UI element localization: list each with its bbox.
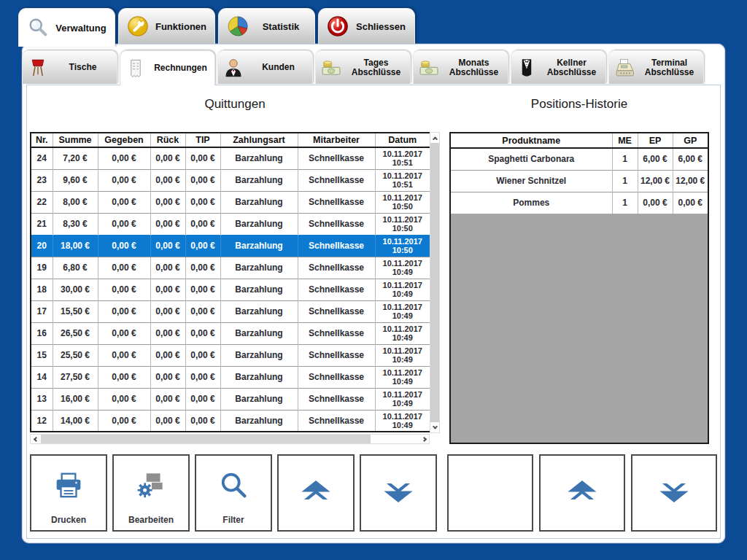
cell-zahlungsart: Barzahlung — [220, 300, 298, 322]
cell-nr: 24 — [31, 147, 53, 169]
sub-tab-monats-abschluesse[interactable]: MonatsAbschlüsse — [413, 50, 508, 84]
horizontal-scroll-thumb[interactable] — [41, 435, 371, 443]
cell-nr: 15 — [31, 344, 53, 366]
col-header-gegeben: Gegeben — [98, 133, 150, 147]
cell-mitarbeiter: Schnellkasse — [298, 300, 375, 322]
receipt-row[interactable]: 19 6,80 € 0,00 € 0,00 € 0,00 € Barzahlun… — [31, 257, 430, 279]
cell-datum: 10.11.201710:50 — [375, 191, 430, 213]
sub-tab-bar: Tische Rechnungen Kunden TagesAbschlüsse… — [22, 50, 704, 85]
scroll-up-button[interactable] — [430, 133, 439, 143]
cell-tip: 0,00 € — [185, 344, 220, 366]
top-tab-schliessen[interactable]: Schliessen — [318, 8, 415, 44]
receipts-page-down-button[interactable] — [360, 454, 437, 532]
cell-nr: 22 — [31, 191, 53, 213]
cell-tip: 0,00 € — [185, 257, 220, 279]
position-row[interactable]: Pommes 1 0,00 € 0,00 € — [451, 192, 708, 214]
cell-nr: 14 — [31, 366, 53, 388]
sub-tab-tische[interactable]: Tische — [22, 50, 117, 84]
scroll-right-button[interactable] — [419, 435, 429, 443]
cell-nr: 23 — [31, 169, 53, 191]
cell-nr: 16 — [31, 322, 53, 344]
sub-tab-rechnungen[interactable]: Rechnungen — [120, 50, 215, 85]
top-tab-statistik[interactable]: Statistik — [218, 8, 315, 44]
receipt-row[interactable]: 14 27,50 € 0,00 € 0,00 € 0,00 € Barzahlu… — [31, 366, 430, 388]
terminal-icon — [614, 58, 635, 78]
filter-button[interactable]: Filter — [195, 454, 272, 532]
sub-tab-terminal-abschluesse[interactable]: TerminalAbschlüsse — [608, 50, 704, 84]
cell-gp: 6,00 € — [673, 148, 708, 170]
receipt-row[interactable]: 24 7,20 € 0,00 € 0,00 € 0,00 € Barzahlun… — [31, 147, 430, 169]
cell-tip: 0,00 € — [185, 388, 220, 410]
positions-page-up-button[interactable] — [539, 454, 625, 532]
receipt-row[interactable]: 13 16,00 € 0,00 € 0,00 € 0,00 € Barzahlu… — [31, 388, 430, 410]
cell-ep: 0,00 € — [638, 192, 673, 214]
sub-tab-tages-abschluesse[interactable]: TagesAbschlüsse — [315, 50, 411, 84]
receipt-row[interactable]: 18 30,00 € 0,00 € 0,00 € 0,00 € Barzahlu… — [31, 279, 430, 300]
col-header-produktname: Produktname — [451, 133, 612, 148]
cell-ep: 6,00 € — [638, 148, 673, 170]
cell-me: 1 — [612, 170, 638, 192]
bearbeiten-button[interactable]: Bearbeiten — [112, 454, 190, 532]
receipts-page-up-button[interactable] — [277, 454, 355, 532]
sub-tab-kellner-abschluesse[interactable]: KellnerAbschlüsse — [511, 50, 606, 84]
top-tab-bar: Verwaltung Funktionen Statistik Schliess… — [18, 8, 415, 47]
drucken-button[interactable]: Drucken — [30, 454, 107, 532]
main-panel: Tische Rechnungen Kunden TagesAbschlüsse… — [22, 44, 725, 543]
cell-zahlungsart: Barzahlung — [220, 257, 298, 279]
top-tab-label: Verwaltung — [55, 23, 115, 34]
scroll-down-button[interactable] — [430, 422, 439, 432]
positions-page-down-button[interactable] — [631, 454, 717, 532]
sub-tab-label2: Abschlüsse — [449, 67, 498, 77]
cell-tip: 0,00 € — [185, 300, 220, 322]
col-header-mitarbeiter: Mitarbeiter — [298, 133, 375, 147]
cell-summe: 30,00 € — [53, 279, 98, 300]
filter-label: Filter — [196, 515, 271, 525]
cell-zahlungsart: Barzahlung — [220, 235, 298, 257]
cell-summe: 8,30 € — [53, 213, 98, 235]
cell-summe: 8,00 € — [53, 191, 98, 213]
sub-tab-label: Kellner — [557, 58, 587, 68]
cell-zahlungsart: Barzahlung — [220, 147, 298, 169]
cell-nr: 21 — [31, 213, 53, 235]
cell-mitarbeiter: Schnellkasse — [298, 388, 375, 410]
cell-rueck: 0,00 € — [150, 191, 185, 213]
cell-datum: 10.11.201710:51 — [375, 147, 430, 169]
position-row[interactable]: Spaghetti Carbonara 1 6,00 € 6,00 € — [451, 148, 708, 170]
receipt-row[interactable]: 12 14,00 € 0,00 € 0,00 € 0,00 € Barzahlu… — [31, 410, 430, 432]
vertical-scroll-thumb[interactable] — [430, 143, 439, 422]
cell-nr: 13 — [31, 388, 53, 410]
cell-tip: 0,00 € — [185, 235, 220, 257]
top-tab-verwaltung[interactable]: Verwaltung — [18, 8, 115, 47]
col-header-ep: EP — [638, 133, 673, 148]
sub-tab-kunden[interactable]: Kunden — [217, 50, 313, 84]
double-chevron-down-icon — [657, 478, 691, 508]
positions-header-row: Produktname ME EP GP — [451, 133, 708, 148]
cell-datum: 10.11.201710:50 — [375, 213, 430, 235]
cell-rueck: 0,00 € — [150, 388, 185, 410]
receipt-row[interactable]: 15 25,50 € 0,00 € 0,00 € 0,00 € Barzahlu… — [31, 344, 430, 366]
receipt-row[interactable]: 21 8,30 € 0,00 € 0,00 € 0,00 € Barzahlun… — [31, 213, 430, 235]
bearbeiten-label: Bearbeiten — [114, 515, 188, 525]
receipt-row[interactable]: 23 9,60 € 0,00 € 0,00 € 0,00 € Barzahlun… — [31, 169, 430, 191]
cell-zahlungsart: Barzahlung — [220, 410, 298, 432]
receipt-row[interactable]: 20 18,00 € 0,00 € 0,00 € 0,00 € Barzahlu… — [31, 235, 430, 257]
receipts-horizontal-scrollbar[interactable] — [30, 434, 430, 444]
receipt-row[interactable]: 16 26,50 € 0,00 € 0,00 € 0,00 € Barzahlu… — [31, 322, 430, 344]
col-header-nr: Nr. — [31, 133, 53, 147]
pie-chart-icon — [227, 15, 249, 37]
col-header-datum: Datum — [375, 133, 430, 147]
positions-blank-button[interactable] — [447, 454, 533, 532]
receipt-row[interactable]: 22 8,00 € 0,00 € 0,00 € 0,00 € Barzahlun… — [31, 191, 430, 213]
cell-mitarbeiter: Schnellkasse — [298, 169, 375, 191]
cell-gegeben: 0,00 € — [98, 235, 150, 257]
receipt-row[interactable]: 17 15,50 € 0,00 € 0,00 € 0,00 € Barzahlu… — [31, 300, 430, 322]
cell-mitarbeiter: Schnellkasse — [298, 322, 375, 344]
drucken-label: Drucken — [31, 515, 106, 525]
top-tab-funktionen[interactable]: Funktionen — [118, 8, 215, 44]
receipts-vertical-scrollbar[interactable] — [430, 132, 440, 433]
position-row[interactable]: Wiener Schnitzel 1 12,00 € 12,00 € — [451, 170, 708, 192]
cell-gegeben: 0,00 € — [98, 279, 150, 300]
cell-gegeben: 0,00 € — [98, 213, 150, 235]
scroll-left-button[interactable] — [31, 435, 41, 443]
cell-zahlungsart: Barzahlung — [220, 169, 298, 191]
